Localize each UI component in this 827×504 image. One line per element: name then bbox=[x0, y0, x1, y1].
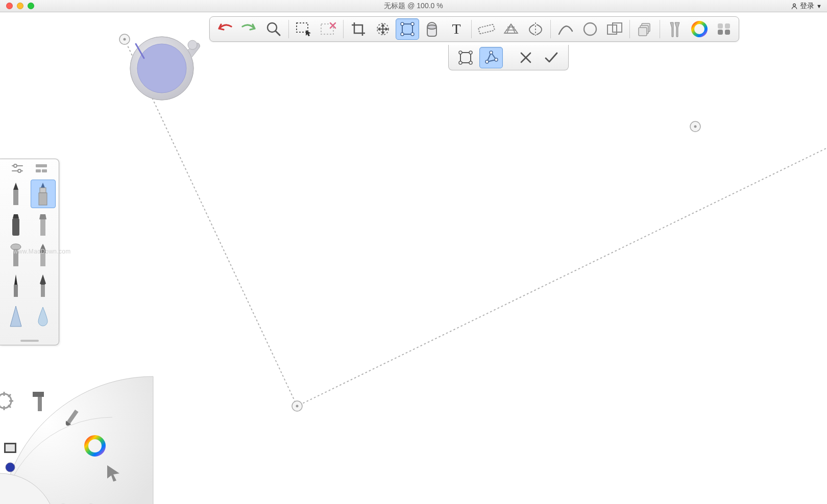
layers-icon bbox=[637, 21, 653, 37]
zoom-button[interactable] bbox=[262, 18, 285, 40]
brush-round[interactable] bbox=[31, 241, 56, 269]
svg-rect-56 bbox=[36, 169, 41, 172]
technical-pen-brush-icon bbox=[36, 182, 50, 206]
svg-point-35 bbox=[693, 22, 706, 36]
chisel-brush-icon bbox=[36, 212, 50, 237]
symmetry-button[interactable] bbox=[524, 18, 547, 40]
login-label: 登录 bbox=[800, 2, 814, 11]
brush-airbrush[interactable] bbox=[3, 241, 29, 269]
svg-rect-37 bbox=[725, 23, 730, 29]
drop-brush-icon bbox=[36, 304, 50, 329]
marquee-select-button[interactable] bbox=[292, 18, 315, 40]
puck-settings-button[interactable] bbox=[0, 392, 13, 410]
sliders-tab[interactable] bbox=[11, 163, 24, 175]
window-maximize-button[interactable] bbox=[28, 3, 34, 9]
puck-frame-button[interactable] bbox=[4, 443, 16, 453]
brush-cone[interactable] bbox=[3, 302, 29, 331]
edit-bounds-button[interactable] bbox=[454, 47, 477, 68]
svg-point-25 bbox=[427, 25, 436, 29]
undo-button[interactable] bbox=[213, 18, 236, 40]
fill-button[interactable] bbox=[420, 18, 444, 40]
sliders-tab-icon bbox=[11, 163, 24, 173]
perspective-grid-button[interactable] bbox=[499, 18, 523, 40]
svg-point-48 bbox=[495, 58, 498, 61]
brush-ink[interactable] bbox=[3, 271, 29, 300]
boolean-button[interactable] bbox=[603, 18, 626, 40]
brushes-button[interactable] bbox=[663, 18, 687, 40]
nib-brush-icon bbox=[37, 273, 49, 298]
list-tab-icon bbox=[35, 163, 48, 173]
transform-icon bbox=[375, 21, 391, 37]
puck-color-swatch[interactable] bbox=[6, 463, 15, 472]
boolean-icon bbox=[606, 21, 623, 37]
svg-point-54 bbox=[18, 169, 21, 172]
ruler-button[interactable] bbox=[475, 18, 498, 40]
svg-point-46 bbox=[485, 60, 489, 63]
ui-layout-icon bbox=[716, 22, 732, 36]
puck-cursor-button[interactable] bbox=[107, 465, 119, 482]
text-button[interactable]: T bbox=[445, 18, 468, 40]
airbrush-brush-icon bbox=[8, 243, 23, 267]
puck-color-button[interactable] bbox=[86, 437, 104, 455]
crop-button[interactable] bbox=[347, 18, 370, 40]
svg-rect-39 bbox=[725, 30, 730, 35]
svg-point-82 bbox=[86, 437, 104, 455]
login-button[interactable]: 登录 ▼ bbox=[791, 2, 822, 11]
svg-point-6 bbox=[793, 4, 796, 6]
color-puck[interactable] bbox=[118, 32, 205, 118]
confirm-icon bbox=[544, 51, 559, 64]
edit-points-button[interactable] bbox=[479, 47, 503, 68]
curve-button[interactable] bbox=[554, 18, 577, 40]
svg-rect-27 bbox=[478, 24, 495, 34]
text-icon: T bbox=[449, 21, 464, 37]
window-close-button[interactable] bbox=[6, 3, 13, 9]
svg-point-69 bbox=[0, 473, 56, 504]
chevron-down-icon: ▼ bbox=[816, 3, 822, 9]
color-wheel-button[interactable] bbox=[688, 18, 711, 40]
svg-point-7 bbox=[130, 37, 193, 100]
canvas-overlay bbox=[0, 12, 827, 504]
svg-rect-66 bbox=[14, 285, 18, 297]
svg-rect-57 bbox=[42, 169, 47, 172]
clear-selection-button[interactable] bbox=[317, 18, 340, 40]
brush-nib[interactable] bbox=[31, 271, 56, 300]
ellipse-button[interactable] bbox=[578, 18, 602, 40]
layers-button[interactable] bbox=[633, 18, 656, 40]
cancel-button[interactable] bbox=[514, 47, 538, 68]
svg-rect-61 bbox=[12, 218, 19, 236]
brush-triangle[interactable] bbox=[3, 333, 29, 340]
pencil-brush-icon bbox=[9, 182, 22, 206]
svg-rect-60 bbox=[39, 193, 47, 205]
brush-flat[interactable] bbox=[31, 333, 56, 340]
redo-button[interactable] bbox=[237, 18, 261, 40]
svg-rect-62 bbox=[40, 219, 45, 236]
brush-pencil[interactable] bbox=[3, 180, 29, 208]
confirm-button[interactable] bbox=[540, 47, 563, 68]
brush-technical-pen[interactable] bbox=[31, 180, 56, 208]
brush-drop[interactable] bbox=[31, 302, 56, 331]
brush-marker[interactable] bbox=[3, 210, 29, 239]
panel-resize-grip[interactable] bbox=[20, 340, 39, 342]
transform-button[interactable] bbox=[371, 18, 395, 40]
svg-point-24 bbox=[411, 33, 414, 36]
brush-chisel[interactable] bbox=[31, 210, 56, 239]
curve-icon bbox=[557, 22, 574, 36]
svg-rect-58 bbox=[13, 190, 18, 205]
svg-point-2 bbox=[292, 401, 302, 411]
puck-brush-button[interactable] bbox=[64, 409, 79, 427]
svg-rect-81 bbox=[67, 410, 79, 424]
ui-layout-button[interactable] bbox=[712, 18, 736, 40]
svg-rect-59 bbox=[40, 188, 46, 193]
list-tab[interactable] bbox=[35, 163, 48, 175]
svg-point-3 bbox=[296, 405, 299, 408]
window-minimize-button[interactable] bbox=[17, 3, 23, 9]
puck-tools-button[interactable] bbox=[33, 392, 44, 411]
document-title: 无标题 @ 100.0 % bbox=[384, 2, 443, 11]
bounding-box-button[interactable] bbox=[396, 18, 419, 40]
svg-rect-38 bbox=[718, 30, 723, 35]
user-icon bbox=[791, 3, 798, 10]
svg-rect-20 bbox=[402, 24, 412, 34]
zoom-icon bbox=[266, 21, 281, 37]
svg-point-21 bbox=[401, 22, 404, 26]
svg-point-44 bbox=[469, 61, 472, 64]
